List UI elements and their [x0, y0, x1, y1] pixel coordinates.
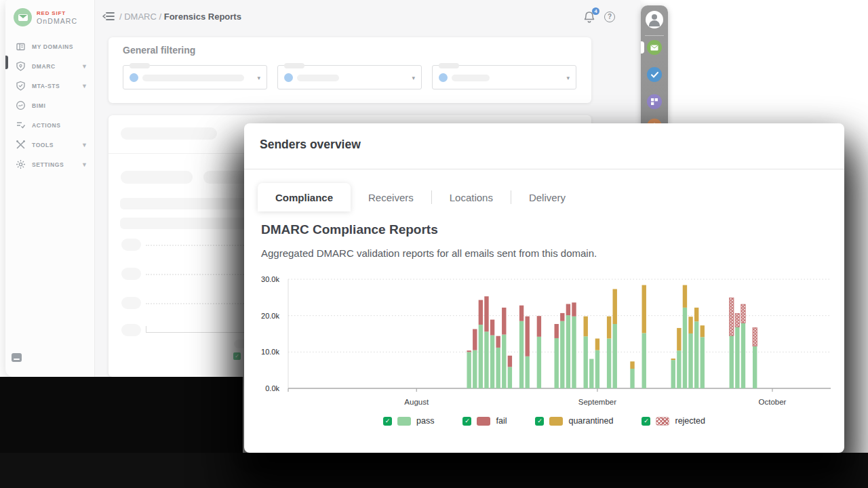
app-icon-purple[interactable]	[647, 94, 662, 109]
bar-segment-quarantined[interactable]	[688, 317, 692, 333]
tab-delivery[interactable]: Delivery	[511, 183, 583, 211]
sidebar-item-my-domains[interactable]: MY DOMAINS	[5, 37, 94, 56]
bar-segment-pass[interactable]	[701, 337, 705, 388]
sidebar-item-settings[interactable]: SETTINGS▼	[5, 155, 94, 174]
bar-segment-fail[interactable]	[479, 300, 483, 325]
bar-segment-pass[interactable]	[572, 317, 576, 388]
bar-segment-fail[interactable]	[502, 308, 506, 335]
svg-text:20.0k: 20.0k	[261, 312, 279, 320]
dmarc-icon	[16, 61, 26, 71]
help-icon[interactable]: ?	[604, 12, 615, 22]
bar-segment-pass[interactable]	[566, 315, 570, 388]
app-logo[interactable]: RED SIFT OnDMARC	[14, 8, 77, 26]
breadcrumb-prefix[interactable]: / DMARC /	[119, 12, 164, 22]
bar-segment-fail[interactable]	[496, 336, 500, 348]
notifications-button[interactable]: 4	[582, 10, 597, 25]
bar-segment-fail[interactable]	[484, 296, 488, 331]
bar-segment-pass[interactable]	[525, 357, 529, 388]
bar-segment-quarantined[interactable]	[584, 317, 588, 337]
bar-segment-fail[interactable]	[554, 324, 558, 338]
legend-checkbox-rejected[interactable]: ✓	[642, 417, 650, 426]
bar-segment-fail[interactable]	[525, 317, 529, 357]
bar-segment-pass[interactable]	[554, 338, 558, 388]
tab-compliance[interactable]: Compliance	[258, 183, 351, 211]
bar-segment-pass[interactable]	[484, 331, 488, 388]
bar-segment-quarantined[interactable]	[677, 328, 681, 350]
filter-select-1[interactable]: ▾	[123, 65, 267, 89]
bar-segment-pass[interactable]	[595, 350, 599, 388]
legend-checkbox-pass[interactable]: ✓	[383, 417, 392, 426]
legend-checkbox-fail[interactable]: ✓	[462, 417, 471, 426]
bar-segment-pass[interactable]	[683, 308, 687, 388]
bar-segment-fail[interactable]	[473, 329, 477, 350]
bar-segment-pass[interactable]	[613, 324, 617, 388]
bar-segment-pass[interactable]	[730, 336, 734, 388]
user-avatar[interactable]	[646, 11, 663, 28]
bar-segment-quarantined[interactable]	[701, 325, 705, 337]
bar-segment-fail[interactable]	[467, 350, 471, 352]
bar-segment-pass[interactable]	[473, 350, 477, 388]
sidebar-item-tools[interactable]: TOOLS▼	[5, 135, 94, 155]
bar-segment-quarantined[interactable]	[671, 359, 675, 360]
bar-segment-pass[interactable]	[496, 348, 500, 388]
filter-select-2[interactable]: ▾	[277, 65, 422, 89]
skeleton-row-label	[121, 239, 141, 251]
bar-segment-pass[interactable]	[694, 321, 698, 388]
chart-legend: ✓pass✓fail✓quarantined✓rejected	[244, 416, 844, 426]
bar-segment-quarantined[interactable]	[683, 285, 687, 308]
bar-segment-fail[interactable]	[508, 356, 512, 367]
bar-segment-fail[interactable]	[519, 306, 524, 321]
bar-segment-quarantined[interactable]	[607, 317, 611, 339]
bar-segment-pass[interactable]	[508, 367, 512, 388]
sidebar-item-bimi[interactable]: BIMI	[5, 96, 94, 115]
bar-segment-fail[interactable]	[566, 304, 570, 315]
filter-select-3[interactable]: ▾	[432, 65, 576, 89]
bar-segment-pass[interactable]	[607, 338, 611, 388]
bar-segment-pass[interactable]	[584, 336, 588, 388]
sidebar-item-mta-sts[interactable]: MTA-STS▼	[5, 76, 94, 96]
bar-segment-pass[interactable]	[677, 350, 681, 388]
bar-segment-pass[interactable]	[671, 360, 675, 388]
bar-segment-rejected[interactable]	[741, 304, 745, 323]
bar-segment-pass[interactable]	[753, 346, 757, 388]
bar-segment-pass[interactable]	[537, 337, 541, 388]
bar-segment-pass[interactable]	[479, 325, 483, 388]
bar-segment-rejected[interactable]	[735, 313, 739, 327]
tab-receivers[interactable]: Receivers	[351, 183, 431, 211]
bar-segment-fail[interactable]	[560, 313, 564, 321]
legend-item-rejected: ✓rejected	[642, 416, 705, 426]
bar-segment-pass[interactable]	[519, 321, 524, 388]
collapse-sidebar-icon[interactable]	[102, 12, 115, 21]
bar-segment-pass[interactable]	[642, 333, 646, 388]
bar-segment-pass[interactable]	[735, 327, 739, 388]
bar-segment-fail[interactable]	[572, 302, 576, 316]
bar-segment-fail[interactable]	[490, 320, 494, 336]
app-icon-ondmarc[interactable]	[647, 40, 662, 55]
bar-segment-pass[interactable]	[502, 335, 506, 388]
bar-segment-fail[interactable]	[537, 316, 541, 337]
bar-segment-quarantined[interactable]	[642, 285, 646, 333]
breadcrumb[interactable]: / DMARC / Forensics Reports	[119, 12, 241, 22]
bar-segment-pass[interactable]	[589, 359, 593, 388]
whats-new-icon[interactable]	[12, 353, 22, 362]
bar-segment-pass[interactable]	[490, 336, 494, 388]
bar-segment-quarantined[interactable]	[630, 361, 634, 369]
bar-segment-pass[interactable]	[741, 323, 745, 388]
tab-locations[interactable]: Locations	[432, 183, 511, 211]
bar-segment-pass[interactable]	[467, 352, 471, 388]
bar-segment-quarantined[interactable]	[613, 289, 617, 324]
bar-segment-pass[interactable]	[560, 321, 564, 388]
senders-overview-modal: Senders overview ComplianceReceiversLoca…	[244, 123, 844, 453]
sidebar-item-dmarc[interactable]: DMARC▼	[5, 56, 94, 76]
app-icon-oninbox[interactable]	[647, 67, 662, 82]
svg-text:10.0k: 10.0k	[261, 348, 279, 356]
bar-segment-rejected[interactable]	[753, 327, 757, 346]
bar-segment-quarantined[interactable]	[595, 338, 599, 350]
bar-segment-rejected[interactable]	[730, 298, 734, 336]
sidebar-item-actions[interactable]: ACTIONS	[5, 115, 94, 135]
hidden-legend-checkbox[interactable]: ✓	[233, 352, 241, 360]
legend-checkbox-quarantined[interactable]: ✓	[535, 417, 544, 426]
bar-segment-quarantined[interactable]	[694, 308, 698, 321]
bar-segment-pass[interactable]	[630, 369, 634, 388]
bar-segment-pass[interactable]	[688, 333, 692, 388]
